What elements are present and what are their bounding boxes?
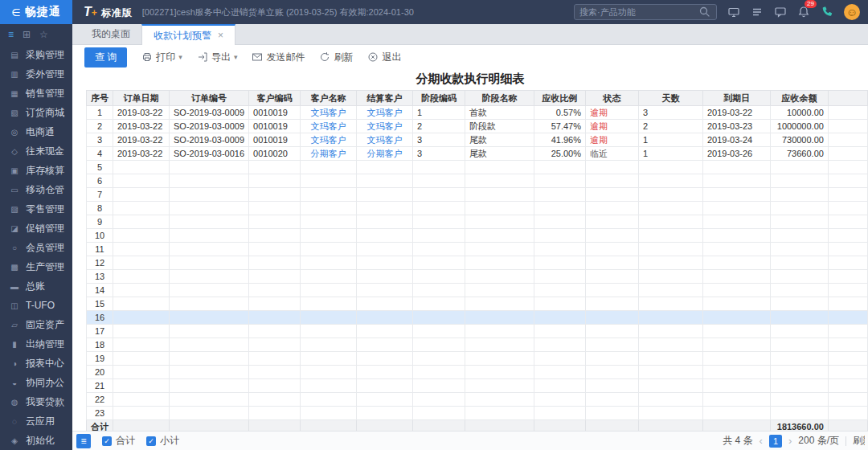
tab-my-desktop[interactable]: 我的桌面 <box>80 24 141 44</box>
column-header[interactable]: 序号 <box>87 91 113 106</box>
table-row-empty[interactable]: 19 <box>87 352 868 366</box>
sidebar-item-cloud-apps[interactable]: ◌云应用 <box>0 411 72 431</box>
notification-bell[interactable]: 29 <box>797 6 810 18</box>
column-settings-button[interactable]: ≡ <box>76 434 91 448</box>
column-header[interactable]: 应收余额 <box>770 91 828 106</box>
table-cell <box>770 188 828 202</box>
table-row-empty[interactable]: 21 <box>87 379 868 393</box>
table-row[interactable]: 42019-03-22SO-2019-03-00160010020分期客户分期客… <box>87 147 868 161</box>
column-header[interactable]: 阶段名称 <box>465 91 534 106</box>
search-box[interactable] <box>574 4 717 20</box>
sidebar-item-collaboration[interactable]: ◒协同办公 <box>0 373 72 392</box>
next-page-icon[interactable]: › <box>788 435 792 447</box>
sidebar-item-purchase[interactable]: ▤采购管理 <box>0 45 72 64</box>
table-row-empty[interactable]: 5 <box>87 161 868 174</box>
table-cell <box>357 188 413 202</box>
sidebar-item-outsourcing[interactable]: ▥委外管理 <box>0 64 72 84</box>
customer-link[interactable]: 分期客户 <box>311 149 346 158</box>
table-row-empty[interactable]: 6 <box>87 174 868 188</box>
avatar[interactable]: ☺ <box>844 4 860 20</box>
sidebar-item-initialization[interactable]: ◈初始化 <box>0 431 72 450</box>
search-icon[interactable] <box>698 6 711 18</box>
table-cell <box>770 284 828 297</box>
table-row-empty[interactable]: 11 <box>87 243 868 256</box>
sidebar-item-retail[interactable]: ▨零售管理 <box>0 199 72 219</box>
search-input[interactable] <box>579 7 698 17</box>
column-header[interactable]: 天数 <box>638 91 702 106</box>
column-header[interactable]: 订单编号 <box>169 91 248 106</box>
table-row-empty[interactable]: 10 <box>87 229 868 243</box>
table-row[interactable]: 32019-03-22SO-2019-03-00090010019文玛客户文玛客… <box>87 133 868 147</box>
table-row[interactable]: 22019-03-22SO-2019-03-00090010019文玛客户文玛客… <box>87 120 868 133</box>
table-row-empty[interactable]: 8 <box>87 202 868 215</box>
table-row-empty[interactable]: 22 <box>87 393 868 407</box>
sidebar-item-mobile-warehouse[interactable]: ▭移动仓管 <box>0 180 72 199</box>
customer-link[interactable]: 分期客户 <box>367 149 403 158</box>
message-icon[interactable] <box>774 6 787 18</box>
column-header[interactable] <box>828 91 867 106</box>
sidebar-item-ecommerce[interactable]: ◎电商通 <box>0 122 72 141</box>
sidebar-item-inventory[interactable]: ▣库存核算 <box>0 161 72 180</box>
sidebar-item-label: 促销管理 <box>26 222 64 235</box>
column-header[interactable]: 结算客户 <box>357 91 413 106</box>
sidebar-item-promotion[interactable]: ◪促销管理 <box>0 219 72 238</box>
table-row-empty[interactable]: 15 <box>87 297 868 311</box>
checklist-icon[interactable] <box>751 6 764 18</box>
hamburger-icon[interactable]: ≡ <box>8 29 14 40</box>
sidebar-item-general-ledger[interactable]: ▬总账 <box>0 276 72 296</box>
column-header[interactable]: 客户名称 <box>301 91 357 106</box>
refresh-link[interactable]: 刷新 <box>853 434 865 448</box>
sidebar-item-fixed-assets[interactable]: ▱固定资产 <box>0 315 72 334</box>
star-icon[interactable]: ☆ <box>39 29 48 40</box>
total-checkbox[interactable]: ✓ 合计 <box>102 434 135 448</box>
column-header[interactable]: 应收比例 <box>534 91 585 106</box>
tab-close-icon[interactable]: × <box>218 30 223 41</box>
sidebar-item-t-ufo[interactable]: ◫T-UFO <box>0 296 72 315</box>
exit-button[interactable]: 退出 <box>367 51 401 64</box>
subtotal-checkbox[interactable]: ✓ 小计 <box>146 434 179 448</box>
column-header[interactable]: 客户编码 <box>249 91 301 106</box>
export-button[interactable]: 导出 ▾ <box>197 51 238 64</box>
send-email-button[interactable]: 发送邮件 <box>252 51 305 64</box>
page-size-select[interactable]: 200 条/页 <box>798 434 839 448</box>
table-row-empty[interactable]: 9 <box>87 215 868 229</box>
monitor-icon[interactable] <box>727 6 740 18</box>
column-header[interactable]: 阶段编码 <box>413 91 465 106</box>
sidebar-item-production[interactable]: ▩生产管理 <box>0 257 72 276</box>
column-header[interactable]: 订单日期 <box>113 91 170 106</box>
customer-link[interactable]: 文玛客户 <box>367 135 403 145</box>
sidebar-item-cashier[interactable]: ▮出纳管理 <box>0 334 72 354</box>
app-logo[interactable]: ∈ 畅捷通 <box>0 0 72 24</box>
current-page[interactable]: 1 <box>769 435 782 448</box>
sidebar-item-member[interactable]: ○会员管理 <box>0 238 72 257</box>
customer-link[interactable]: 文玛客户 <box>367 108 403 117</box>
table-row-empty[interactable]: 12 <box>87 256 868 270</box>
refresh-button[interactable]: 刷新 <box>319 51 353 64</box>
table-row-empty[interactable]: 14 <box>87 284 868 297</box>
table-row[interactable]: 12019-03-22SO-2019-03-00090010019文玛客户文玛客… <box>87 106 868 120</box>
table-row-empty[interactable]: 16 <box>87 311 868 325</box>
sidebar-item-current-cash[interactable]: ◇往来现金 <box>0 141 72 161</box>
customer-link[interactable]: 文玛客户 <box>367 121 403 131</box>
sidebar-item-report-center[interactable]: ◑报表中心 <box>0 354 72 373</box>
print-button[interactable]: 打印 ▾ <box>141 51 182 64</box>
sidebar-item-sales[interactable]: ▦销售管理 <box>0 84 72 103</box>
customer-link[interactable]: 文玛客户 <box>311 108 346 117</box>
column-header[interactable]: 状态 <box>585 91 638 106</box>
prev-page-icon[interactable]: ‹ <box>760 435 763 447</box>
grid-icon[interactable]: ⊞ <box>23 29 31 40</box>
customer-link[interactable]: 文玛客户 <box>311 121 346 131</box>
customer-link[interactable]: 文玛客户 <box>311 135 346 145</box>
column-header[interactable]: 到期日 <box>702 91 770 106</box>
table-row-empty[interactable]: 7 <box>87 188 868 202</box>
table-row-empty[interactable]: 18 <box>87 338 868 352</box>
sidebar-item-loan[interactable]: ◍我要贷款 <box>0 392 72 411</box>
tab-payment-plan-warning[interactable]: 收款计划预警 × <box>141 24 235 45</box>
table-row-empty[interactable]: 17 <box>87 325 868 338</box>
phone-icon[interactable] <box>821 6 833 18</box>
table-row-empty[interactable]: 20 <box>87 366 868 379</box>
sidebar-item-order-mall[interactable]: ▧订货商城 <box>0 103 72 122</box>
query-button[interactable]: 查 询 <box>84 47 127 68</box>
table-row-empty[interactable]: 23 <box>87 407 868 420</box>
table-row-empty[interactable]: 13 <box>87 270 868 284</box>
